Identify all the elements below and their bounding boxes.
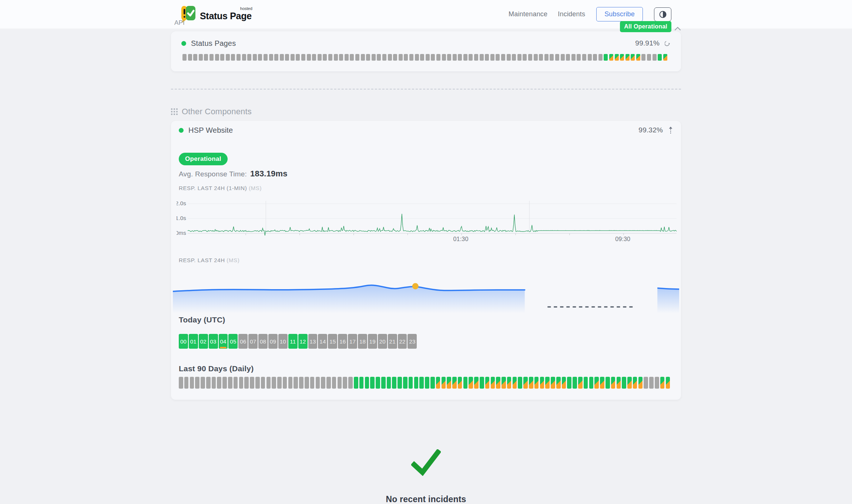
nav-link-maintenance[interactable]: Maintenance [509, 10, 547, 18]
hour-cell-22: 22 [398, 334, 407, 349]
uptime-bar [387, 377, 391, 389]
uptime-bar [604, 54, 608, 61]
hour-cell-09: 09 [268, 334, 278, 349]
uptime-bar [212, 377, 216, 389]
uptime-bar [622, 377, 626, 389]
brand-name: Status Page [200, 11, 252, 21]
uptime-bar [377, 54, 381, 61]
uptime-bar [490, 54, 494, 61]
collapse-arrow-icon[interactable] [668, 126, 673, 134]
uptime-bar [655, 377, 659, 389]
uptime-bar [316, 377, 320, 389]
hour-cell-00: 00 [179, 334, 188, 349]
uptime-bar [220, 54, 224, 61]
uptime-bar [641, 54, 645, 61]
uptime-percentage: 99.32% [638, 126, 663, 134]
uptime-bar [291, 54, 295, 61]
uptime-bar [528, 54, 532, 61]
uptime-bar [447, 54, 451, 61]
hour-cell-16: 16 [338, 334, 347, 349]
uptime-bar [453, 54, 457, 61]
uptime-bar [293, 377, 298, 389]
hour-cell-11: 11 [288, 334, 298, 349]
hour-cell-07: 07 [248, 334, 258, 349]
uptime-bar [388, 54, 392, 61]
uptime-bar [660, 377, 665, 389]
uptime-bar [299, 377, 303, 389]
uptime-bar [480, 377, 484, 389]
hour-cell-10: 10 [278, 334, 288, 349]
overall-status-badge[interactable]: All Operational [620, 21, 671, 32]
uptime-bar [658, 54, 662, 61]
uptime-bar [392, 377, 396, 389]
svg-text:0ms: 0ms [177, 230, 186, 236]
uptime-bar [393, 54, 397, 61]
uptime-bar [627, 377, 632, 389]
uptime-bar [285, 54, 289, 61]
component-row-status-pages[interactable]: Status Pages 99.91% [181, 38, 671, 48]
uptime-bar-strip [182, 54, 671, 61]
uptime-bar [376, 377, 380, 389]
uptime-bar [318, 54, 322, 61]
uptime-bar [403, 377, 407, 389]
status-dot [179, 128, 184, 133]
daily-uptime-strip [179, 377, 673, 389]
degraded-strip [220, 347, 227, 348]
hour-cell-05: 05 [228, 334, 238, 349]
uptime-bar [474, 377, 479, 389]
uptime-bar [226, 54, 230, 61]
uptime-bar [209, 54, 214, 61]
subscribe-button[interactable]: Subscribe [596, 7, 643, 21]
hour-cell-17: 17 [348, 334, 357, 349]
operational-status-pill: Operational [179, 153, 228, 165]
no-incidents-title: No recent incidents [171, 494, 681, 504]
uptime-bar [239, 377, 244, 389]
uptime-bar [231, 54, 235, 61]
nav-link-incidents[interactable]: Incidents [558, 10, 585, 18]
uptime-bar [523, 377, 528, 389]
brand-logo[interactable]: Status Page hosted [181, 6, 252, 23]
uptime-bar [228, 377, 232, 389]
uptime-bar [193, 54, 197, 61]
uptime-bar [217, 377, 221, 389]
uptime-bar [188, 54, 192, 61]
uptime-bar [269, 54, 273, 61]
uptime-bar [199, 54, 203, 61]
uptime-bar [600, 377, 604, 389]
uptime-bar [540, 377, 544, 389]
uptime-bar [584, 377, 588, 389]
section-title-other-components: Other Components [182, 107, 252, 116]
chevron-up-icon[interactable] [674, 26, 681, 31]
uptime-bar [625, 54, 630, 61]
uptime-bar [463, 377, 468, 389]
uptime-bar [409, 377, 413, 389]
component-row-hsp-website[interactable]: HSP Website 99.32% [179, 125, 673, 135]
hour-cell-20: 20 [378, 334, 387, 349]
hour-cell-06: 06 [238, 334, 248, 349]
resp-24h-1min-label: RESP. LAST 24H (1-MIN) (MS) [179, 185, 673, 191]
uptime-bar [350, 54, 354, 61]
uptime-bar [366, 54, 370, 61]
uptime-bar [420, 54, 424, 61]
avg-response-value: 183.19ms [250, 169, 288, 179]
uptime-bar [485, 54, 489, 61]
uptime-bar [382, 54, 386, 61]
theme-toggle-button[interactable] [654, 7, 671, 21]
check-icon [411, 449, 441, 476]
uptime-bar [272, 377, 276, 389]
uptime-bar [594, 377, 599, 389]
hour-cell-15: 15 [328, 334, 337, 349]
today-utc-title: Today (UTC) [179, 315, 673, 324]
uptime-bar [513, 377, 517, 389]
uptime-bar [305, 377, 309, 389]
uptime-bar [517, 54, 521, 61]
hour-cell-02: 02 [199, 334, 208, 349]
uptime-bar [638, 377, 643, 389]
uptime-bar [447, 377, 451, 389]
uptime-bar [296, 54, 300, 61]
uptime-bar [266, 377, 271, 389]
uptime-bar [551, 377, 555, 389]
uptime-bar [593, 54, 597, 61]
expand-icon[interactable] [665, 40, 671, 46]
uptime-bar [653, 54, 657, 61]
